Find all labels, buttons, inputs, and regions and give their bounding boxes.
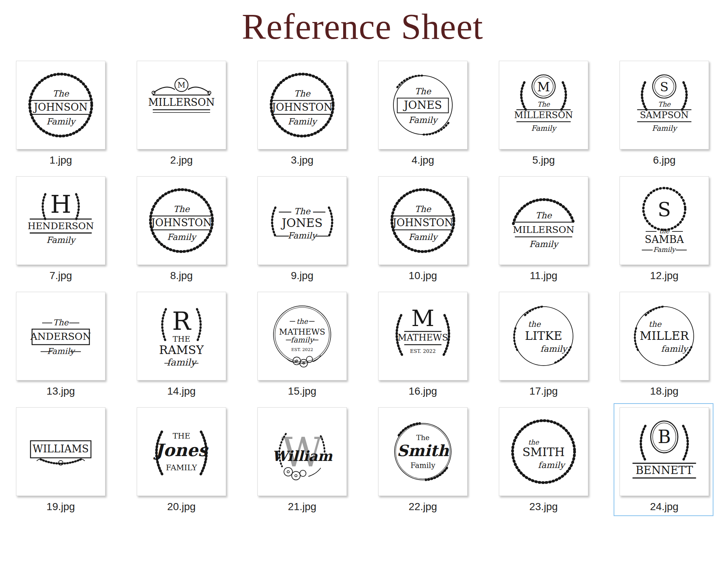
filename-label[interactable]: 6.jpg bbox=[620, 154, 709, 166]
filename-label[interactable]: 8.jpg bbox=[137, 270, 226, 282]
thumbnail[interactable]: theMILLERfamily bbox=[620, 292, 709, 380]
monogram-design: TheSmithFamily bbox=[384, 413, 462, 490]
wreath-shape bbox=[76, 193, 79, 219]
filename-label[interactable]: 10.jpg bbox=[378, 270, 468, 282]
design-text: family bbox=[167, 357, 197, 368]
filename-label[interactable]: 7.jpg bbox=[16, 270, 105, 282]
wreath-shape bbox=[682, 81, 687, 110]
filename-label[interactable]: 24.jpg bbox=[620, 501, 709, 513]
filename-label[interactable]: 20.jpg bbox=[137, 501, 226, 513]
thumbnail[interactable]: TheJOHNSTONFamily bbox=[137, 176, 226, 265]
gallery-item[interactable]: theLITKEfamily 17.jpg bbox=[499, 292, 588, 397]
design-text: S bbox=[660, 79, 669, 94]
filename-label[interactable]: 4.jpg bbox=[378, 154, 468, 166]
design-text: The bbox=[294, 89, 311, 98]
thumbnail[interactable]: theLITKEfamily bbox=[499, 292, 588, 380]
gallery-item[interactable]: MMATHEWSEST. 2022 16.jpg bbox=[378, 292, 468, 397]
design-text: Family bbox=[47, 347, 76, 356]
gallery-item[interactable]: WWilliam 21.jpg bbox=[257, 407, 347, 513]
gallery-item[interactable]: TheJOHNSTONFamily 10.jpg bbox=[378, 176, 468, 282]
filename-label[interactable]: 14.jpg bbox=[137, 385, 226, 397]
design-text: MILLERSON bbox=[148, 97, 215, 108]
design-text: JOHNSTON bbox=[150, 216, 212, 228]
design-text: M bbox=[537, 79, 550, 94]
design-text: the bbox=[649, 320, 662, 329]
gallery-item[interactable]: TheJOHNSTONFamily 3.jpg bbox=[257, 61, 347, 166]
wreath-shape bbox=[329, 206, 332, 235]
filename-label[interactable]: 22.jpg bbox=[378, 501, 468, 513]
filename-label[interactable]: 5.jpg bbox=[499, 154, 588, 166]
thumbnail[interactable]: TheJONESFamily bbox=[378, 61, 468, 149]
thumbnail[interactable]: theMATHEWSfamilyEST. 2022 bbox=[257, 292, 347, 380]
gallery-item[interactable]: STheSAMPSONFamily 6.jpg bbox=[620, 61, 709, 166]
filename-label[interactable]: 9.jpg bbox=[257, 270, 347, 282]
thumbnail[interactable]: BBENNETT bbox=[620, 407, 709, 496]
filename-label[interactable]: 16.jpg bbox=[378, 385, 468, 397]
gallery-item[interactable]: TheSmithFamily 22.jpg bbox=[378, 407, 468, 513]
design-text: Family bbox=[408, 115, 438, 125]
monogram-design: MMATHEWSEST. 2022 bbox=[384, 297, 462, 375]
filename-label[interactable]: 2.jpg bbox=[137, 154, 226, 166]
filename-label[interactable]: 15.jpg bbox=[257, 385, 347, 397]
design-shape bbox=[286, 358, 296, 362]
filename-label[interactable]: 19.jpg bbox=[16, 501, 105, 513]
design-text: The bbox=[658, 101, 671, 108]
thumbnail[interactable]: HHENDERSONFamily bbox=[16, 176, 105, 265]
gallery-item[interactable]: theMATHEWSfamilyEST. 2022 15.jpg bbox=[257, 292, 347, 397]
gallery-item[interactable]: theSMITHfamily 23.jpg bbox=[499, 407, 588, 513]
filename-label[interactable]: 1.jpg bbox=[16, 154, 105, 166]
thumbnail[interactable]: TheJONESFamily bbox=[257, 176, 347, 265]
gallery-item[interactable]: theMILLERfamily 18.jpg bbox=[620, 292, 709, 397]
wreath-shape bbox=[525, 307, 542, 315]
thumbnail[interactable]: RTHERAMSYfamily bbox=[137, 292, 226, 380]
gallery-item[interactable]: THEJonesFAMILY 20.jpg bbox=[137, 407, 226, 513]
thumbnail-grid: TheJOHNSONFamily 1.jpg MMILLERSON 2.jpg … bbox=[16, 61, 725, 513]
thumbnail[interactable]: TheSmithFamily bbox=[378, 407, 468, 496]
filename-label[interactable]: 23.jpg bbox=[499, 501, 588, 513]
design-text: Family bbox=[411, 461, 436, 470]
thumbnail[interactable]: TheMILLERSONFamily bbox=[499, 176, 588, 265]
thumbnail[interactable]: WWilliam bbox=[257, 407, 347, 496]
thumbnail[interactable]: TheJOHNSONFamily bbox=[16, 61, 105, 149]
thumbnail[interactable]: STheSAMPSONFamily bbox=[620, 61, 709, 149]
gallery-item[interactable]: TheANDERSONFamily 13.jpg bbox=[16, 292, 105, 397]
gallery-item[interactable]: TheMILLERSONFamily 11.jpg bbox=[499, 176, 588, 282]
filename-label[interactable]: 13.jpg bbox=[16, 385, 105, 397]
thumbnail[interactable]: MMILLERSON bbox=[137, 61, 226, 149]
thumbnail[interactable]: MMATHEWSEST. 2022 bbox=[378, 292, 468, 380]
filename-label[interactable]: 17.jpg bbox=[499, 385, 588, 397]
design-text: family bbox=[661, 344, 688, 354]
monogram-design: TheANDERSONFamily bbox=[22, 297, 99, 375]
thumbnail[interactable]: TheJOHNSTONFamily bbox=[257, 61, 347, 149]
thumbnail[interactable]: WILLIAMS bbox=[16, 407, 105, 496]
design-text: Family bbox=[46, 235, 76, 245]
gallery-item[interactable]: HHENDERSONFamily 7.jpg bbox=[16, 176, 105, 282]
design-shape bbox=[306, 356, 313, 363]
design-text: The bbox=[53, 89, 69, 98]
design-text: THE bbox=[172, 431, 190, 440]
page-title: Reference Sheet bbox=[0, 7, 725, 47]
filename-label[interactable]: 12.jpg bbox=[620, 270, 709, 282]
gallery-item[interactable]: WILLIAMS 19.jpg bbox=[16, 407, 105, 513]
monogram-design: theMATHEWSfamilyEST. 2022 bbox=[263, 297, 341, 375]
gallery-item-selected[interactable]: BBENNETT 24.jpg bbox=[620, 407, 709, 513]
thumbnail[interactable]: TheJOHNSTONFamily bbox=[378, 176, 468, 265]
filename-label[interactable]: 18.jpg bbox=[620, 385, 709, 397]
gallery-item[interactable]: RTHERAMSYfamily 14.jpg bbox=[137, 292, 226, 397]
thumbnail[interactable]: THEJonesFAMILY bbox=[137, 407, 226, 496]
thumbnail[interactable]: TheANDERSONFamily bbox=[16, 292, 105, 380]
gallery-item[interactable]: MMILLERSON 2.jpg bbox=[137, 61, 226, 166]
design-text: EST. 2022 bbox=[291, 347, 313, 352]
filename-label[interactable]: 3.jpg bbox=[257, 154, 347, 166]
thumbnail[interactable]: StheSAMBAFamily bbox=[620, 176, 709, 265]
gallery-item[interactable]: TheJOHNSONFamily 1.jpg bbox=[16, 61, 105, 166]
gallery-item[interactable]: TheJONESFamily 4.jpg bbox=[378, 61, 468, 166]
thumbnail[interactable]: MTheMILLERSONFamily bbox=[499, 61, 588, 149]
filename-label[interactable]: 21.jpg bbox=[257, 501, 347, 513]
gallery-item[interactable]: MTheMILLERSONFamily 5.jpg bbox=[499, 61, 588, 166]
filename-label[interactable]: 11.jpg bbox=[499, 270, 588, 282]
thumbnail[interactable]: theSMITHfamily bbox=[499, 407, 588, 496]
gallery-item[interactable]: StheSAMBAFamily 12.jpg bbox=[620, 176, 709, 282]
gallery-item[interactable]: TheJOHNSTONFamily 8.jpg bbox=[137, 176, 226, 282]
gallery-item[interactable]: TheJONESFamily 9.jpg bbox=[257, 176, 347, 282]
